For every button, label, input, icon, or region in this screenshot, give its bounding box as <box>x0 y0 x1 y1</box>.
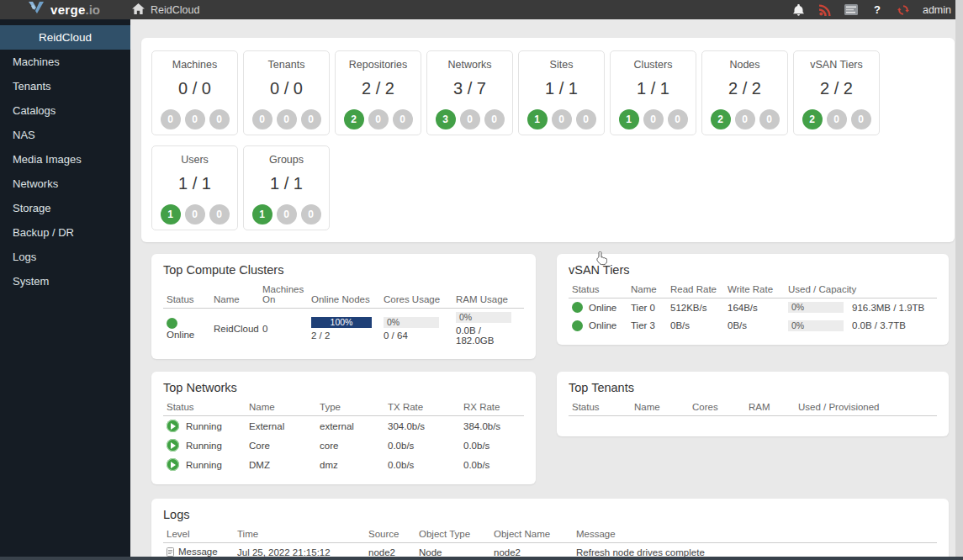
network-type: core <box>316 436 384 455</box>
stat-card-users[interactable]: Users 1 / 1 1 0 0 <box>151 145 238 230</box>
stat-card-clusters[interactable]: Clusters 1 / 1 1 0 0 <box>610 50 696 135</box>
column-header: RAM <box>745 400 795 416</box>
table-row[interactable]: Online Tier 0 512KB/s 164B/s 0% <box>569 298 937 317</box>
panel-title-vsan-tiers[interactable]: vSAN Tiers <box>569 263 937 277</box>
status-badge[interactable]: 3 <box>436 109 456 129</box>
progress-bar: 100% <box>311 317 372 328</box>
network-name: DMZ <box>246 455 316 474</box>
status-badge[interactable]: 0 <box>368 109 389 129</box>
scrollbar[interactable] <box>955 0 963 560</box>
table-row[interactable]: Running Core core 0.0b/s 0.0b/s <box>163 436 524 455</box>
online-status-icon <box>572 320 583 331</box>
stat-value: 1 / 1 <box>178 174 211 193</box>
status-badge[interactable]: 0 <box>576 109 596 129</box>
stat-card-tenants[interactable]: Tenants 0 / 0 0 0 0 <box>243 50 330 135</box>
used-capacity-cell: 0% 916.3MB / 1.9TB <box>785 298 937 317</box>
sidebar-item-machines[interactable]: Machines <box>0 50 130 74</box>
status-badge[interactable]: 0 <box>552 109 572 129</box>
sidebar-item-tenants[interactable]: Tenants <box>0 74 130 98</box>
rss-icon[interactable] <box>818 3 832 17</box>
stat-card-repositories[interactable]: Repositories 2 / 2 2 0 0 <box>335 50 421 135</box>
status-badge[interactable]: 0 <box>301 204 321 225</box>
stat-value: 3 / 7 <box>453 79 486 98</box>
stat-card-nodes[interactable]: Nodes 2 / 2 2 0 0 <box>701 50 788 135</box>
stat-card-machines[interactable]: Machines 0 / 0 0 0 0 <box>151 50 238 135</box>
stat-value: 0 / 0 <box>178 79 211 98</box>
status-badge[interactable]: 1 <box>619 109 639 129</box>
sidebar-item-backup-dr[interactable]: Backup / DR <box>0 220 130 245</box>
status-badge[interactable]: 1 <box>252 204 272 225</box>
status-badge[interactable]: 0 <box>393 109 413 129</box>
refresh-icon[interactable] <box>897 3 910 17</box>
status-badge[interactable]: 0 <box>301 109 321 129</box>
network-type: dmz <box>316 455 384 474</box>
home-icon[interactable] <box>132 3 145 17</box>
table-row[interactable]: Online ReidCloud 0 100% 2 / 2 <box>163 309 524 350</box>
cores-usage-value: 0 / 64 <box>384 330 449 341</box>
status-badge[interactable]: 0 <box>460 109 480 129</box>
machines-on: 0 <box>259 309 308 350</box>
status-badge[interactable]: 0 <box>209 204 230 225</box>
status-badge[interactable]: 1 <box>527 109 548 129</box>
help-icon[interactable]: ? <box>870 3 884 17</box>
column-header: Read Rate <box>667 283 724 298</box>
sidebar-item-storage[interactable]: Storage <box>0 196 130 220</box>
column-header: RAM Usage <box>452 283 524 309</box>
status-badge[interactable]: 0 <box>735 109 755 129</box>
status-badge[interactable]: 0 <box>643 109 664 129</box>
status-badge[interactable]: 0 <box>759 109 780 129</box>
bell-icon[interactable] <box>792 3 806 17</box>
panel-title-logs[interactable]: Logs <box>163 508 937 521</box>
status-badge[interactable]: 0 <box>185 204 205 225</box>
status-badge[interactable]: 0 <box>668 109 688 129</box>
sidebar-item-system[interactable]: System <box>0 269 130 293</box>
panel-title-top-networks[interactable]: Top Networks <box>163 381 524 394</box>
sidebar-item-nas[interactable]: NAS <box>0 123 130 147</box>
status-badge[interactable]: 0 <box>484 109 505 129</box>
used-capacity-cell: 0% 0.0B / 3.7TB <box>785 316 937 334</box>
table-row[interactable]: Running External external 304.0b/s 384.0… <box>163 416 524 436</box>
brand-logo[interactable]: verge.io <box>28 2 100 18</box>
column-header: Status <box>569 400 631 416</box>
user-menu[interactable]: admin <box>923 4 951 16</box>
stat-value: 2 / 2 <box>728 79 761 98</box>
status-badge[interactable]: 0 <box>277 204 297 225</box>
column-header: Status <box>163 400 246 416</box>
panel-title-top-tenants[interactable]: Top Tenants <box>569 381 937 394</box>
status-badge[interactable]: 0 <box>827 109 847 129</box>
status-badge[interactable]: 0 <box>851 109 871 129</box>
status-badge[interactable]: 0 <box>252 109 272 129</box>
sidebar-item-networks[interactable]: Networks <box>0 172 130 196</box>
log-list-icon[interactable] <box>844 3 858 17</box>
breadcrumb-label[interactable]: ReidCloud <box>151 4 199 16</box>
column-header: Status <box>163 283 210 309</box>
logs-table: Level Time Source Object Type Object Nam… <box>163 527 937 560</box>
status-badge[interactable]: 2 <box>344 109 364 129</box>
column-header: Used / Capacity <box>785 283 937 298</box>
table-row[interactable]: Running DMZ dmz 0.0b/s 0.0b/s <box>163 455 524 474</box>
column-header: Time <box>234 527 365 543</box>
breadcrumb[interactable]: ReidCloud <box>132 3 199 17</box>
ram-usage-value: 0.0B / 182.0GB <box>456 325 521 346</box>
table-row[interactable]: Online Tier 3 0B/s 0B/s 0% 0. <box>569 316 937 334</box>
stat-card-groups[interactable]: Groups 1 / 1 1 0 0 <box>243 145 330 230</box>
status-badge[interactable]: 0 <box>209 109 230 129</box>
online-nodes-value: 2 / 2 <box>311 330 377 341</box>
status-badge[interactable]: 0 <box>277 109 297 129</box>
status-badge[interactable]: 2 <box>802 109 823 129</box>
panel-title-compute-clusters[interactable]: Top Compute Clusters <box>163 263 524 277</box>
stat-card-sites[interactable]: Sites 1 / 1 1 0 0 <box>518 50 605 135</box>
sidebar-item-logs[interactable]: Logs <box>0 245 130 269</box>
stat-card-vsan-tiers[interactable]: vSAN Tiers 2 / 2 2 0 0 <box>793 50 880 135</box>
status-badge[interactable]: 1 <box>161 204 181 225</box>
status-badge[interactable]: 2 <box>711 109 731 129</box>
sidebar-item-media-images[interactable]: Media Images <box>0 147 130 172</box>
tx-rate: 0.0b/s <box>384 455 460 474</box>
column-header: TX Rate <box>384 400 460 416</box>
sidebar-item-catalogs[interactable]: Catalogs <box>0 98 130 123</box>
sidebar-header[interactable]: ReidCloud <box>0 25 130 50</box>
status-badge[interactable]: 0 <box>161 109 181 129</box>
stat-card-networks[interactable]: Networks 3 / 7 3 0 0 <box>426 50 513 135</box>
status-badge[interactable]: 0 <box>185 109 205 129</box>
cores-usage-cell: 0% 0 / 64 <box>380 309 452 350</box>
